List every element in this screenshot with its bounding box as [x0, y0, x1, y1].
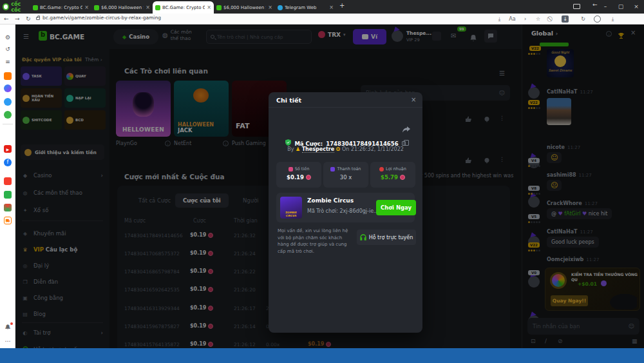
https-lock-icon[interactable]: [36, 17, 40, 20]
messenger-icon[interactable]: [4, 84, 12, 92]
shopee-icon[interactable]: [4, 177, 12, 185]
tab-close-icon[interactable]: ×: [146, 5, 150, 10]
bookmark-star-icon[interactable]: ☆: [535, 15, 542, 23]
browser-tab-1[interactable]: BC.Game: Crypto Casino Gan ×: [30, 1, 91, 14]
browser-brand: cốc cốc: [0, 0, 30, 14]
coin-icon: [400, 175, 405, 180]
live-support-button[interactable]: Hỗ trợ trực tuyến: [357, 230, 416, 245]
user-emoji: ♟: [296, 146, 300, 152]
gift-icon[interactable]: [4, 191, 12, 199]
window-close-button[interactable]: ×: [629, 0, 644, 14]
modal-close-icon[interactable]: ×: [411, 96, 416, 103]
new-tab-button[interactable]: +: [339, 2, 345, 9]
bcgame-favicon: [216, 5, 222, 10]
telegram-favicon: [278, 5, 283, 10]
facebook-icon[interactable]: f: [4, 159, 12, 166]
coccoc-logo-icon: [3, 3, 9, 10]
tab-close-icon[interactable]: ×: [207, 5, 211, 10]
stat-payout-mult: Thanh toán 30 x: [323, 162, 368, 188]
window-minimize-button[interactable]: –: [598, 0, 613, 14]
window-maximize-button[interactable]: ▢: [613, 0, 629, 14]
copy-icon[interactable]: [402, 141, 406, 146]
browser-tab-2[interactable]: $6,000 Halloween Slot Battle ×: [91, 1, 153, 14]
adblock-shield-icon[interactable]: ⃠: [547, 15, 554, 23]
game-name: Zombie Circus: [307, 197, 354, 204]
download-tray-icon[interactable]: ⤓: [609, 15, 616, 23]
modal-header: Chi tiết ×: [269, 92, 422, 108]
cart-icon[interactable]: ⛟: [4, 217, 12, 224]
nav-forward-icon[interactable]: →: [15, 14, 20, 24]
add-shortcut-icon[interactable]: [4, 132, 12, 139]
tab-close-icon[interactable]: ×: [268, 5, 272, 10]
profit-icon: [379, 167, 384, 172]
hot-trending-icon[interactable]: [4, 72, 12, 80]
stat-profit: Lợi nhuận $5.79: [370, 162, 415, 188]
youtube-icon[interactable]: ▶: [4, 145, 12, 153]
reading-list-icon[interactable]: ≡: [4, 58, 12, 66]
save-page-icon[interactable]: ⤓: [496, 15, 503, 23]
bcgame-page: ☰ b BC.GAME ◆ Casino ◍ Các mônthể thao T…: [15, 25, 644, 348]
game-thumbnail[interactable]: ZOMBIE CIRCUS: [280, 197, 302, 219]
headset-icon: [360, 234, 366, 240]
sync-icon[interactable]: ↻: [580, 15, 587, 23]
bcgame-favicon: [33, 5, 38, 10]
share-bet-icon[interactable]: [402, 123, 410, 135]
game-code-row: Mã Trò chơi: 2xj-86d0gj-ie...: [307, 208, 384, 214]
settings-gear-icon[interactable]: ⚙: [4, 34, 12, 41]
tab-close-icon[interactable]: ×: [84, 5, 89, 10]
notifications-bell-icon[interactable]: 🔔︎: [4, 324, 12, 331]
nav-reload-icon[interactable]: ↻: [26, 14, 31, 24]
bet-datetime: 21:26:32, 1/11/2022: [351, 146, 404, 152]
bet-meta-row: By ♟ Thespectre ❂ On 21:26:32, 1/11/2022: [269, 146, 422, 152]
player-link[interactable]: Thespectre: [302, 146, 334, 153]
url-text[interactable]: bc.game/vi/game/zombie-circus-by-relax-g…: [43, 15, 161, 21]
downloads-button[interactable]: ↓: [562, 15, 569, 23]
zalo-icon[interactable]: [4, 98, 12, 106]
bcgame-favicon: [94, 5, 99, 10]
bcgame-favicon: [155, 5, 160, 10]
games-icon[interactable]: [4, 111, 12, 119]
coin-icon: [306, 175, 311, 180]
sports-ball-icon[interactable]: [4, 204, 12, 211]
browser-tabbar: cốc cốc BC.Game: Crypto Casino Gan × $6,…: [0, 0, 644, 14]
nav-back-icon[interactable]: ←: [4, 14, 9, 24]
sidebar-divider: [3, 124, 13, 124]
windows-taskbar: [0, 348, 644, 363]
play-now-button[interactable]: Chơi Ngay: [376, 200, 416, 215]
payout-icon: [330, 167, 335, 172]
game-code: 2xj-86d0gj-ie...: [339, 208, 378, 214]
browser-tab-5[interactable]: Telegram Web ×: [275, 1, 336, 14]
share-icon[interactable]: ›: [522, 15, 529, 23]
browser-tab-3-active[interactable]: BC.Game: Crypto Casino Gan ×: [153, 1, 214, 14]
stat-amount: Số tiền $0.19: [276, 162, 321, 188]
bet-details-modal: Chi tiết × Mã Cược: 1748304178491414656 …: [269, 92, 422, 333]
browser-brand-label: cốc cốc: [11, 1, 30, 13]
more-icon[interactable]: ⋯: [4, 337, 12, 345]
tab-search-icon[interactable]: ←: [592, 1, 598, 8]
profile-icon[interactable]: [594, 15, 601, 23]
support-note: Mọi vấn đề, xin vui lòng liên hệ với bộ …: [278, 228, 354, 255]
tab-close-icon[interactable]: ×: [329, 5, 334, 10]
bee-emoji: ❂: [336, 146, 341, 152]
browser-tab-4[interactable]: $6,000 Halloween Slot Battle ×: [214, 1, 275, 14]
amount-icon: [289, 167, 293, 172]
translate-icon[interactable]: Aa: [509, 15, 516, 23]
pip-icon[interactable]: [573, 4, 580, 9]
history-icon[interactable]: ↺: [4, 45, 12, 53]
modal-title: Chi tiết: [276, 97, 301, 104]
